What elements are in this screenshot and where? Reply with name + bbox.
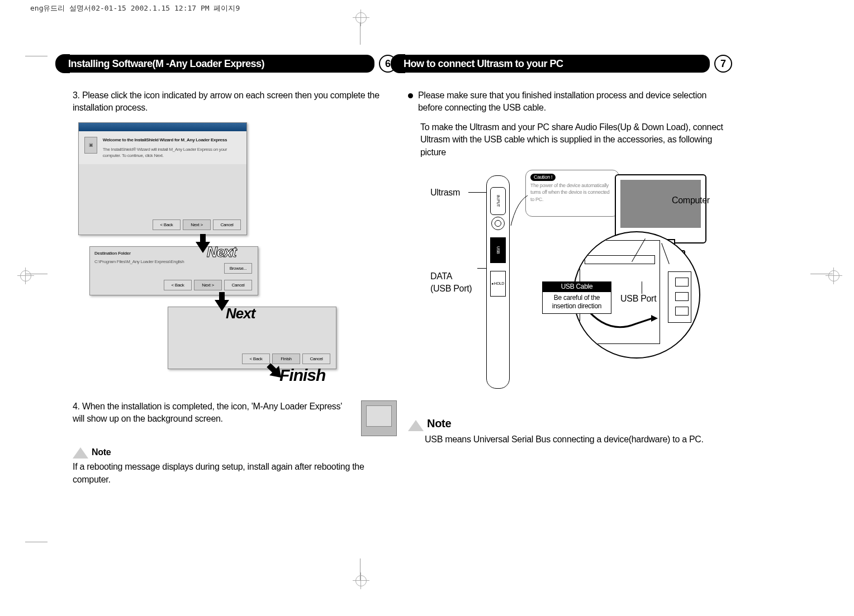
back-button[interactable]: < Back [153, 219, 181, 230]
device-hold-label: HOLD [490, 271, 506, 297]
page-left: Installing Software(M -Any Loader Expres… [56, 55, 397, 486]
usb-cable-note: Be careful of the insertion direction [546, 294, 608, 311]
arrow-label-finish: Finish [279, 364, 325, 387]
note-body: If a rebooting message displays during s… [73, 461, 397, 486]
next-button[interactable]: Next > [194, 280, 222, 290]
note-body: USB means Universal Serial Bus connectin… [408, 433, 732, 446]
bullet-paragraph: Please make sure that you finished insta… [408, 89, 732, 114]
note-triangle-icon [408, 420, 424, 431]
label-usb-port: USB Port [620, 293, 656, 305]
caution-badge: Caution ! [530, 174, 556, 181]
wizard1-body: The InstallShield® Wizard will install M… [103, 146, 241, 159]
crop-mark [25, 56, 48, 56]
step-3-text: 3. Please click the icon indicated by ar… [73, 89, 397, 114]
usb-cable-heading: USB Cable [543, 282, 611, 292]
back-button[interactable]: < Back [242, 354, 270, 364]
page-number: 7 [714, 55, 732, 73]
wizard-window-1: ▣ Welcome to the InstallShield Wizard fo… [78, 122, 247, 235]
label-ultrasm: Ultrasm [430, 187, 460, 199]
back-button[interactable]: < Back [164, 280, 192, 290]
register-mark-icon [355, 12, 367, 23]
arrow-label-next: Next [226, 303, 255, 323]
section-title: How to connect Ultrasm to your PC [404, 58, 563, 70]
usb-ports-panel [668, 271, 691, 323]
cancel-button[interactable]: Cancel [302, 354, 330, 364]
crop-mark [25, 542, 48, 542]
page-right: How to connect Ultrasm to your PC 7 Plea… [391, 55, 732, 446]
paragraph: To make the Ultrasm and your PC share Au… [408, 121, 732, 159]
usb-cable-callout: USB Cable Be careful of the insertion di… [542, 281, 611, 314]
ultrasm-device: IN PUT USB HOLD [486, 175, 510, 389]
register-mark-icon [828, 270, 839, 281]
section-title: Installing Software(M -Any Loader Expres… [68, 58, 264, 70]
wizard-icon: ▣ [84, 137, 97, 154]
callout-line [509, 192, 531, 226]
register-mark-icon [20, 270, 31, 281]
note-heading: Note [427, 417, 451, 429]
label-data-port: DATA (USB Port) [430, 270, 472, 295]
browse-button[interactable]: Browse... [224, 263, 252, 274]
caution-text: The power of the device automatically tu… [530, 182, 614, 203]
device-jack-icon [491, 217, 505, 230]
register-mark-icon [355, 575, 367, 586]
connection-diagram: Ultrasm DATA (USB Port) IN PUT USB HOLD … [430, 170, 715, 393]
cancel-button[interactable]: Cancel [224, 280, 252, 290]
section-header: Installing Software(M -Any Loader Expres… [56, 55, 397, 73]
page-header-meta: eng유드리 설명서02-01-15 2002.1.15 12:17 PM 페이… [30, 3, 240, 13]
arrow-label-next: Next [207, 242, 236, 262]
device-input-label: IN PUT [490, 187, 506, 215]
device-usb-label: USB [490, 237, 506, 263]
install-screenshots-figure: ▣ Welcome to the InstallShield Wizard fo… [78, 122, 341, 385]
section-header: How to connect Ultrasm to your PC 7 [391, 55, 732, 73]
cancel-button[interactable]: Cancel [213, 219, 241, 230]
step-4-text: 4. When the installation is completed, t… [73, 400, 347, 426]
caution-callout: Caution ! The power of the device automa… [525, 170, 619, 217]
label-computer: Computer [672, 194, 710, 207]
next-button[interactable]: Next > [183, 219, 211, 230]
note-heading: Note [92, 447, 111, 457]
note-triangle-icon [73, 447, 88, 459]
wizard1-title: Welcome to the InstallShield Wizard for … [103, 137, 241, 143]
